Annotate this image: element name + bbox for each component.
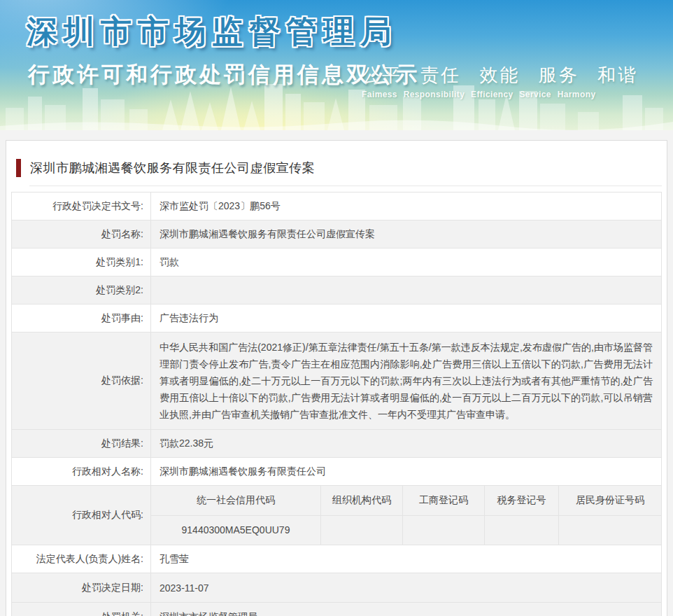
row-value: 2023-11-07: [151, 573, 661, 602]
row-value: [151, 276, 661, 304]
row-label: 处罚机关:: [12, 603, 151, 616]
row-label: 处罚类别2:: [12, 276, 151, 304]
slogan-chinese: 公平 责任 效能 服务 和谐: [362, 63, 638, 88]
table-row-decision-date: 处罚决定日期: 2023-11-07: [12, 573, 661, 603]
codes-col-credit-code: 统一社会信用代码: [151, 486, 321, 515]
table-row-penalty-name: 处罚名称: 深圳市鹏城湘遇餐饮服务有限责任公司虚假宣传案: [12, 220, 661, 248]
agency-title: 深圳市市场监督管理局: [27, 11, 397, 52]
content-panel: 深圳市鹏城湘遇餐饮服务有限责任公司虚假宣传案 行政处罚决定书文号: 深市监处罚〔…: [6, 140, 667, 616]
row-label: 处罚依据:: [12, 332, 151, 429]
row-value: 深圳市鹏城湘遇餐饮服务有限责任公司: [151, 458, 661, 485]
row-label: 处罚名称:: [12, 220, 151, 248]
table-row-penalty-authority: 处罚机关: 深圳市市场监督管理局: [12, 603, 661, 616]
penalty-info-table: 行政处罚决定书文号: 深市监处罚〔2023〕鹏56号 处罚名称: 深圳市鹏城湘遇…: [11, 192, 662, 616]
table-row-penalty-reason: 处罚事由: 广告违法行为: [12, 304, 661, 332]
row-value: 深市监处罚〔2023〕鹏56号: [151, 192, 661, 220]
case-title-row: 深圳市鹏城湘遇餐饮服务有限责任公司虚假宣传案: [6, 141, 667, 177]
business-reg-value: [403, 516, 485, 545]
row-label: 行政相对人代码:: [12, 486, 151, 545]
slogan-english: Faimess Responsibility Efficiency Servic…: [362, 90, 638, 99]
row-label: 处罚结果:: [12, 430, 151, 457]
table-row-party-codes: 行政相对人代码: 统一社会信用代码 组织机构代码 工商登记码 税务登记号 居民身…: [12, 486, 661, 545]
title-divider: [29, 186, 662, 186]
row-label: 行政相对人名称:: [12, 458, 151, 485]
codes-col-tax-reg: 税务登记号: [485, 486, 559, 515]
table-row-decision-number: 行政处罚决定书文号: 深市监处罚〔2023〕鹏56号: [12, 192, 661, 220]
codes-value-row: 91440300MA5EQ0UU79: [151, 516, 661, 545]
row-value: 广告违法行为: [151, 304, 661, 332]
site-banner: 深圳市市场监督管理局 行政许可和行政处罚信用信息双公示 公平 责任 效能 服务 …: [0, 0, 673, 130]
table-row-legal-representative: 法定代表人(负责人)姓名: 孔雪莹: [12, 545, 661, 573]
codes-col-business-reg: 工商登记码: [403, 486, 485, 515]
row-value: 深圳市鹏城湘遇餐饮服务有限责任公司虚假宣传案: [151, 220, 661, 248]
row-value: 深圳市市场监督管理局: [151, 603, 661, 616]
id-number-value: [559, 516, 661, 545]
row-value: 中华人民共和国广告法(2021修正)/第五章法律责任/第五十五条/第一款违反本法…: [151, 332, 661, 429]
table-row-penalty-basis: 处罚依据: 中华人民共和国广告法(2021修正)/第五章法律责任/第五十五条/第…: [12, 332, 661, 430]
codes-col-org-code: 组织机构代码: [321, 486, 403, 515]
row-label: 处罚决定日期:: [12, 573, 151, 602]
row-label: 处罚事由:: [12, 304, 151, 332]
row-label: 处罚类别1:: [12, 248, 151, 276]
row-value: 罚款: [151, 248, 661, 276]
codes-header-row: 统一社会信用代码 组织机构代码 工商登记码 税务登记号 居民身份证号码: [151, 486, 661, 516]
title-marker-bar: [16, 159, 21, 177]
row-value: 孔雪莹: [151, 545, 661, 573]
table-row-party-name: 行政相对人名称: 深圳市鹏城湘遇餐饮服务有限责任公司: [12, 458, 661, 486]
case-title: 深圳市鹏城湘遇餐饮服务有限责任公司虚假宣传案: [30, 160, 315, 176]
party-codes-subtable: 统一社会信用代码 组织机构代码 工商登记码 税务登记号 居民身份证号码 9144…: [151, 486, 661, 545]
table-row-penalty-result: 处罚结果: 罚款22.38元: [12, 430, 661, 458]
banner-subtitle: 行政许可和行政处罚信用信息双公示: [28, 60, 420, 90]
slogan-block: 公平 责任 效能 服务 和谐 Faimess Responsibility Ef…: [362, 63, 638, 99]
org-code-value: [321, 516, 403, 545]
credit-code-value: 91440300MA5EQ0UU79: [151, 516, 321, 545]
table-row-penalty-category-2: 处罚类别2:: [12, 276, 661, 304]
row-label: 法定代表人(负责人)姓名:: [12, 545, 151, 573]
tax-reg-value: [485, 516, 559, 545]
row-label: 行政处罚决定书文号:: [12, 192, 151, 220]
codes-col-id-number: 居民身份证号码: [559, 486, 661, 515]
row-value: 罚款22.38元: [151, 430, 661, 457]
table-row-penalty-category-1: 处罚类别1: 罚款: [12, 248, 661, 276]
